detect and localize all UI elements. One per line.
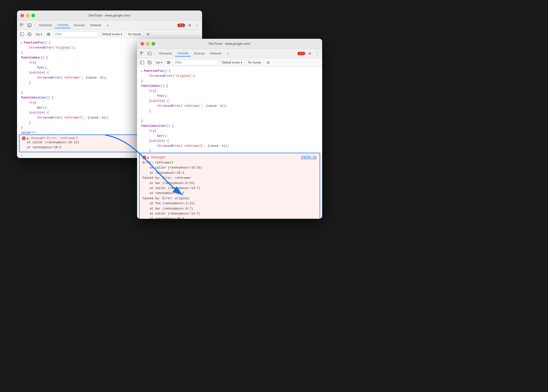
- error-line-6: at foo (<anonymous>:2:11): [143, 201, 317, 206]
- code-line-f8: throw new Error('rethrower', {cause: e})…: [137, 104, 322, 109]
- error-line-5: at <anonymous>:19:3: [143, 191, 317, 196]
- code-line-f11: }: [137, 119, 322, 124]
- settings-icon-front[interactable]: ⚙: [307, 50, 313, 56]
- default-levels-btn-back[interactable]: Default levels ▾: [100, 32, 124, 37]
- toolbar-separator-1: [35, 23, 35, 28]
- tab-sources-back[interactable]: Sources: [71, 22, 87, 28]
- console-icon[interactable]: [27, 22, 33, 28]
- tab-elements-front[interactable]: Elements: [157, 51, 174, 56]
- code-line-f17: }: [137, 149, 322, 152]
- close-button-front[interactable]: [141, 42, 144, 46]
- code-line-f3: }: [137, 79, 322, 84]
- code-line-f15: } catch (e) {: [137, 139, 322, 144]
- code-line-f2: throw new Error('original');: [137, 74, 322, 79]
- devtools-window-front: DevTools - www.google.com/ Elements Cons…: [137, 39, 322, 219]
- context-selector-back[interactable]: top ▾: [34, 32, 44, 37]
- context-value-front: top: [156, 61, 160, 64]
- console-toolbar-back: top ▾ Default levels ▾ No Issues ⚙: [17, 30, 202, 38]
- svg-point-9: [47, 33, 50, 36]
- chevron-down-icon: ▾: [41, 32, 42, 36]
- error-line-8: at caller (<anonymous>:14:7): [143, 211, 317, 216]
- eye-icon-back[interactable]: [46, 31, 52, 37]
- error-line-3: at bar (<anonymous>:8:15): [143, 181, 317, 186]
- minimize-button[interactable]: [26, 14, 30, 17]
- close-button[interactable]: [21, 14, 24, 17]
- sidebar-toggle-front[interactable]: [139, 60, 145, 66]
- error-badge-count-front: 1: [302, 52, 303, 55]
- clear-console-back[interactable]: [27, 31, 33, 37]
- expand-arrow-front[interactable]: ▶: [147, 156, 149, 159]
- error-caused-label-1: Caused by: Error: rethrower: [143, 176, 317, 180]
- context-value-back: top: [36, 32, 40, 36]
- context-selector-front[interactable]: top ▾: [154, 60, 164, 65]
- eye-icon-front[interactable]: [166, 60, 172, 66]
- console-toolbar-front: top ▾ Default levels ▾ No Issues ⚙: [137, 58, 322, 67]
- toolbar-separator-front: [155, 51, 155, 56]
- error-title-back: Uncaught Error: rethrower2: [31, 136, 78, 140]
- chevron-down-icon-front: ▾: [161, 61, 162, 64]
- chevron-down-icon-2: ▾: [121, 32, 122, 36]
- tab-console-back[interactable]: Console: [55, 22, 71, 28]
- error-line-2: at <anonymous>:19:3: [143, 170, 317, 176]
- inspect-icon-front[interactable]: [139, 50, 145, 56]
- maximize-button[interactable]: [32, 14, 35, 17]
- more-menu-icon-back[interactable]: ⋮: [194, 22, 200, 28]
- tab-elements-back[interactable]: Elements: [37, 22, 54, 28]
- error-line-0: Error: rethrower2: [143, 160, 317, 165]
- sidebar-toggle-back[interactable]: [19, 31, 25, 37]
- code-line-f13: try {: [137, 129, 322, 134]
- svg-rect-5: [20, 32, 24, 36]
- chevron-down-icon-front-2: ▾: [241, 61, 242, 64]
- traffic-lights-front: [141, 42, 155, 46]
- error-row-front: ✕ ▶ Uncaught VM30:16 Error: rethrower2 a…: [139, 153, 320, 219]
- code-line-f5: try {: [137, 89, 322, 94]
- svg-line-19: [148, 61, 151, 64]
- svg-line-8: [28, 33, 31, 36]
- tab-network-front[interactable]: Network: [208, 51, 224, 56]
- error-badge-back[interactable]: ✕ 1: [177, 24, 185, 27]
- console-icon-front[interactable]: [147, 50, 153, 56]
- toolbar-right-front: ✕ 1 ⚙ ⋮: [297, 50, 320, 56]
- main-toolbar-back: Elements Console Sources Network » ✕ 1 ⚙…: [17, 20, 202, 30]
- tab-sources-front[interactable]: Sources: [191, 51, 207, 56]
- settings-icon-console-back[interactable]: ⚙: [145, 31, 151, 37]
- settings-icon-console-front[interactable]: ⚙: [265, 60, 271, 66]
- error-badge-front[interactable]: ✕ 1: [297, 52, 305, 55]
- svg-rect-0: [20, 24, 22, 25]
- filter-input-back[interactable]: [53, 32, 98, 37]
- minimize-button-front[interactable]: [146, 42, 150, 46]
- maximize-button-front[interactable]: [152, 42, 155, 46]
- prompt-char-back: >: [21, 154, 23, 158]
- tab-console-front[interactable]: Console: [175, 50, 191, 56]
- svg-point-21: [168, 62, 169, 63]
- error-caused-label-2: Caused by: Error: original: [143, 196, 317, 201]
- default-levels-btn-front[interactable]: Default levels ▾: [220, 60, 244, 65]
- error-uncaught-label: Uncaught: [151, 156, 166, 159]
- tab-more-front[interactable]: »: [224, 51, 231, 56]
- inspect-icon[interactable]: [19, 22, 25, 28]
- expand-icon-f[interactable]: ▶: [141, 69, 143, 73]
- expand-icon[interactable]: ▶: [21, 41, 23, 45]
- toolbar-right-back: ✕ 1 ⚙ ⋮: [177, 22, 200, 28]
- filter-input-front[interactable]: [173, 60, 218, 65]
- nav-tabs-back: Elements Console Sources Network »: [37, 22, 111, 28]
- window-title-front: DevTools - www.google.com/: [209, 42, 251, 46]
- no-issues-btn-back[interactable]: No Issues: [126, 32, 144, 37]
- more-menu-icon-front[interactable]: ⋮: [314, 50, 320, 56]
- no-issues-btn-front[interactable]: No Issues: [246, 60, 264, 65]
- expand-arrow-back[interactable]: ▶: [27, 137, 29, 140]
- error-icon-front: ✕: [143, 156, 146, 159]
- code-line-f10: [137, 114, 322, 119]
- vm-link[interactable]: VM30:16: [301, 155, 317, 160]
- clear-console-front[interactable]: [147, 60, 153, 66]
- settings-icon-back[interactable]: ⚙: [187, 22, 193, 28]
- code-line-f6: foo();: [137, 94, 322, 99]
- svg-rect-14: [148, 52, 152, 55]
- titlebar-front: DevTools - www.google.com/: [137, 39, 322, 49]
- code-area-front: ▶ function foo() { throw new Error('orig…: [137, 67, 322, 152]
- code-line-f4: function bar() {: [137, 84, 322, 89]
- code-line-f16: throw new Error('rethrower2', {cause: e}…: [137, 144, 322, 149]
- tab-network-back[interactable]: Network: [88, 22, 104, 28]
- tab-more-back[interactable]: »: [104, 22, 111, 28]
- svg-rect-11: [140, 52, 142, 53]
